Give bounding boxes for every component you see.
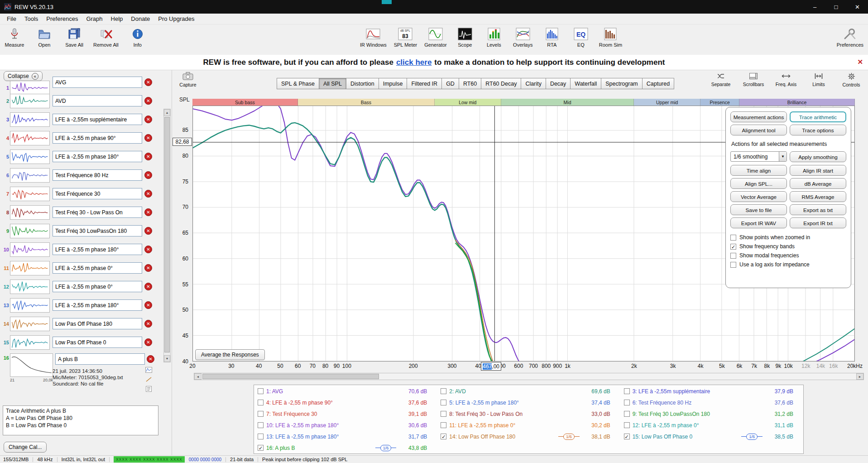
- measurement-row[interactable]: 2✕: [0, 92, 162, 110]
- legend-checkbox[interactable]: [258, 422, 264, 428]
- delete-measurement-button[interactable]: ✕: [144, 97, 152, 105]
- delete-measurement-button[interactable]: ✕: [144, 227, 152, 235]
- tool-measure[interactable]: Measure: [4, 27, 25, 48]
- tool-open[interactable]: Open: [34, 27, 55, 48]
- tool-levels[interactable]: Levels: [483, 27, 505, 48]
- notes-icon[interactable]: [145, 386, 152, 393]
- measurement-name-input[interactable]: [53, 132, 142, 144]
- legend-item[interactable]: ✓14: Low Pas Off Phase 1801/638,1 dB: [437, 431, 620, 442]
- delete-measurement-button[interactable]: ✕: [144, 78, 152, 86]
- measurement-thumbnail[interactable]: [10, 205, 50, 220]
- legend-item[interactable]: 5: LFE à -2,55 m phase 180°37,4 dB: [437, 397, 620, 408]
- change-cal-button[interactable]: Change Cal...: [4, 442, 47, 453]
- legend-item[interactable]: 12: LFE à -2,55 m phase 0°31,1 dB: [620, 420, 803, 431]
- legend-item[interactable]: 2: AVD69,6 dB: [437, 386, 620, 397]
- measurement-thumbnail[interactable]: [10, 261, 50, 275]
- legend-item[interactable]: 10: LFE à -2,55 m phase 180°30,6 dB: [254, 420, 437, 431]
- tool-ir-windows[interactable]: IR Windows: [360, 27, 387, 48]
- align-ir-start-button[interactable]: Align IR start: [790, 165, 846, 176]
- delete-measurement-button[interactable]: ✕: [144, 171, 152, 179]
- option-use-a-log-axis-for-impedance[interactable]: Use a log axis for impedance: [730, 261, 846, 268]
- tab-gd[interactable]: GD: [441, 78, 459, 89]
- delete-measurement-button[interactable]: ✕: [144, 338, 152, 346]
- collapse-button[interactable]: Collapse «: [4, 71, 43, 81]
- measurement-name-input[interactable]: [53, 114, 142, 125]
- measurement-name-input[interactable]: [53, 225, 142, 236]
- measurement-row[interactable]: 11✕: [0, 259, 162, 277]
- tab-waterfall[interactable]: Waterfall: [570, 78, 601, 89]
- legend-checkbox[interactable]: [258, 388, 264, 394]
- rms-average-button[interactable]: RMS Average: [790, 191, 846, 202]
- menu-pro-upgrades[interactable]: Pro Upgrades: [154, 14, 198, 24]
- tool-preferences[interactable]: Preferences: [837, 27, 863, 48]
- delete-measurement-button[interactable]: ✕: [144, 190, 152, 198]
- legend-checkbox[interactable]: [441, 400, 446, 405]
- measurement-row[interactable]: 7✕: [0, 184, 162, 203]
- spectrum-icon[interactable]: [145, 367, 152, 374]
- minimize-button[interactable]: –: [804, 0, 825, 14]
- menu-tools[interactable]: Tools: [20, 14, 42, 24]
- delete-measurement-button[interactable]: ✕: [144, 320, 152, 328]
- measurement-row[interactable]: 6✕: [0, 166, 162, 184]
- sidebar-scrollbar[interactable]: ▲ ▼: [163, 109, 171, 362]
- legend-checkbox[interactable]: [624, 400, 630, 405]
- capture-button[interactable]: Capture: [176, 72, 200, 87]
- menu-preferences[interactable]: Preferences: [42, 14, 82, 24]
- checkbox-show-frequency-bands[interactable]: ✓: [730, 244, 736, 250]
- smoothing-select[interactable]: 1/6 smoothing ▼: [730, 151, 787, 162]
- legend-item[interactable]: 1: AVG70,6 dB: [254, 386, 437, 397]
- menu-help[interactable]: Help: [107, 14, 127, 24]
- checkbox-show-modal-frequencies[interactable]: [730, 253, 736, 259]
- legend-checkbox[interactable]: [258, 434, 264, 439]
- chevron-down-icon[interactable]: ▼: [779, 152, 786, 161]
- selected-measurement-panel[interactable]: 16 21 20,0k ✕ 21 juil. 2023 14:36:50Mic/…: [0, 352, 162, 399]
- delete-measurement-button[interactable]: ✕: [147, 355, 154, 363]
- align-spl-button[interactable]: Align SPL...: [730, 178, 787, 189]
- measurement-row[interactable]: 15✕: [0, 333, 162, 352]
- graph-tool-scrollbars[interactable]: Scrollbars: [739, 72, 768, 87]
- tool-generator[interactable]: Generator: [424, 27, 447, 48]
- legend-item[interactable]: 11: LFE à -2,55 m phase 0°30,2 dB: [437, 420, 620, 431]
- measurement-name-input[interactable]: [53, 299, 142, 311]
- legend-checkbox[interactable]: [624, 388, 630, 394]
- export-as-txt-button[interactable]: Export as txt: [790, 204, 846, 215]
- measurement-row[interactable]: 12✕: [0, 277, 162, 296]
- delete-measurement-button[interactable]: ✕: [144, 246, 152, 253]
- measurement-thumbnail[interactable]: [10, 298, 50, 313]
- option-show-modal-frequencies[interactable]: Show modal frequencies: [730, 252, 846, 259]
- legend-checkbox[interactable]: [441, 422, 446, 428]
- panel-tab-trace-options[interactable]: Trace options: [790, 125, 846, 135]
- measurement-name-input[interactable]: [55, 353, 145, 365]
- tab-clarity[interactable]: Clarity: [521, 78, 546, 89]
- option-show-frequency-bands[interactable]: ✓Show frequency bands: [730, 243, 846, 250]
- measurement-name-input[interactable]: [53, 207, 142, 218]
- option-show-points-when-zoomed-in[interactable]: Show points when zoomed in: [730, 234, 846, 241]
- legend-checkbox[interactable]: [258, 400, 264, 405]
- save-to-file-button[interactable]: Save to file: [730, 204, 787, 215]
- measurement-thumbnail[interactable]: [10, 242, 50, 257]
- measurement-row[interactable]: 4✕: [0, 129, 162, 147]
- scroll-down-icon[interactable]: ▼: [164, 355, 170, 362]
- measurement-row[interactable]: 8✕: [0, 203, 162, 222]
- delete-measurement-button[interactable]: ✕: [144, 153, 152, 160]
- measurement-thumbnail[interactable]: [10, 94, 50, 108]
- scrollbar-thumb[interactable]: [164, 117, 170, 352]
- measurement-name-input[interactable]: [53, 77, 142, 88]
- scroll-right-icon[interactable]: ►: [856, 373, 863, 380]
- legend-item[interactable]: 6: Test Fréquence 80 Hz37,6 dB: [620, 397, 803, 408]
- measurement-thumbnail[interactable]: [10, 280, 50, 294]
- tool-overlays[interactable]: Overlays: [512, 27, 534, 48]
- tab-filtered-ir[interactable]: Filtered IR: [407, 78, 442, 89]
- legend-item[interactable]: 9: Test Fréq 30 LowPassOn 18031,2 dB: [620, 408, 803, 420]
- legend-item[interactable]: ✓15: Low Pas Off Phase 01/638,5 dB: [620, 431, 803, 442]
- delete-measurement-button[interactable]: ✕: [144, 134, 152, 142]
- tab-spectrogram[interactable]: Spectrogram: [601, 78, 643, 89]
- legend-checkbox[interactable]: [624, 411, 630, 417]
- graph-tool-limits[interactable]: Limits: [804, 72, 833, 87]
- tab-captured[interactable]: Captured: [642, 78, 674, 89]
- maximize-button[interactable]: □: [825, 0, 847, 14]
- measurement-row[interactable]: 5✕: [0, 147, 162, 166]
- measurement-name-input[interactable]: [53, 262, 142, 274]
- legend-checkbox[interactable]: ✓: [258, 445, 264, 451]
- legend-checkbox[interactable]: [441, 388, 446, 394]
